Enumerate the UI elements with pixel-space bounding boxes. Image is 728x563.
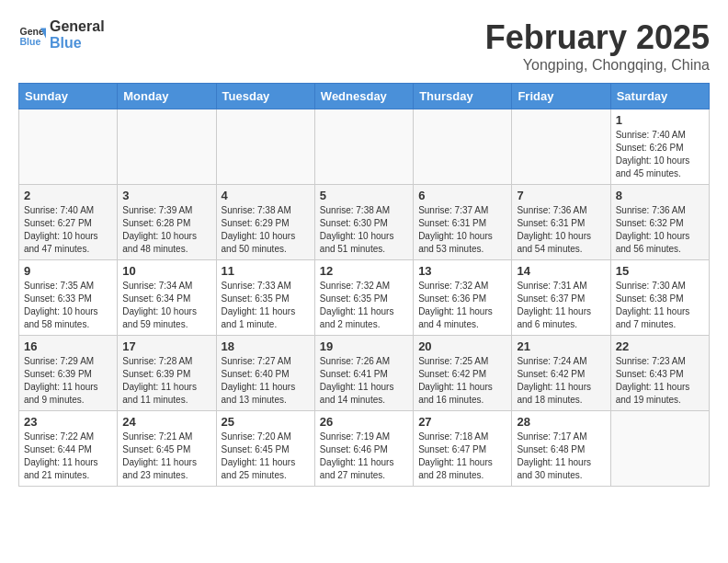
calendar-cell: 22Sunrise: 7:23 AM Sunset: 6:43 PM Dayli…: [610, 336, 709, 411]
day-info: Sunrise: 7:24 AM Sunset: 6:42 PM Dayligh…: [517, 355, 605, 407]
calendar-table: SundayMondayTuesdayWednesdayThursdayFrid…: [18, 83, 710, 487]
day-number: 10: [122, 264, 210, 278]
calendar-cell: [118, 109, 216, 185]
day-info: Sunrise: 7:20 AM Sunset: 6:45 PM Dayligh…: [222, 431, 310, 482]
calendar-week-row: 1Sunrise: 7:40 AM Sunset: 6:26 PM Daylig…: [19, 109, 710, 185]
logo-general-text: General: [50, 18, 105, 35]
day-info: Sunrise: 7:21 AM Sunset: 6:45 PM Dayligh…: [122, 431, 210, 482]
day-number: 27: [418, 415, 506, 429]
calendar-cell: 6Sunrise: 7:37 AM Sunset: 6:31 PM Daylig…: [414, 185, 512, 260]
day-number: 15: [616, 264, 704, 278]
calendar-cell: 11Sunrise: 7:33 AM Sunset: 6:35 PM Dayli…: [216, 260, 314, 336]
calendar-week-row: 16Sunrise: 7:29 AM Sunset: 6:39 PM Dayli…: [19, 336, 710, 411]
calendar-cell: 28Sunrise: 7:17 AM Sunset: 6:48 PM Dayli…: [512, 411, 610, 487]
day-number: 11: [222, 264, 310, 278]
calendar-cell: 7Sunrise: 7:36 AM Sunset: 6:31 PM Daylig…: [512, 185, 610, 260]
day-info: Sunrise: 7:28 AM Sunset: 6:39 PM Dayligh…: [122, 355, 210, 407]
day-info: Sunrise: 7:32 AM Sunset: 6:35 PM Dayligh…: [320, 280, 408, 331]
day-info: Sunrise: 7:38 AM Sunset: 6:29 PM Dayligh…: [222, 204, 310, 256]
calendar-cell: 25Sunrise: 7:20 AM Sunset: 6:45 PM Dayli…: [216, 411, 314, 487]
calendar-cell: 15Sunrise: 7:30 AM Sunset: 6:38 PM Dayli…: [610, 260, 709, 336]
weekday-header-saturday: Saturday: [610, 84, 709, 109]
calendar-cell: 13Sunrise: 7:32 AM Sunset: 6:36 PM Dayli…: [414, 260, 512, 336]
day-number: 4: [222, 189, 310, 202]
calendar-cell: [216, 109, 314, 185]
day-info: Sunrise: 7:29 AM Sunset: 6:39 PM Dayligh…: [24, 355, 112, 407]
weekday-header-thursday: Thursday: [414, 84, 512, 109]
calendar-cell: 12Sunrise: 7:32 AM Sunset: 6:35 PM Dayli…: [314, 260, 413, 336]
day-number: 23: [24, 415, 112, 429]
month-year-title: February 2025: [485, 18, 710, 57]
calendar-cell: 18Sunrise: 7:27 AM Sunset: 6:40 PM Dayli…: [216, 336, 314, 411]
day-number: 8: [616, 189, 704, 202]
day-number: 3: [122, 189, 210, 202]
calendar-cell: 14Sunrise: 7:31 AM Sunset: 6:37 PM Dayli…: [512, 260, 610, 336]
day-info: Sunrise: 7:33 AM Sunset: 6:35 PM Dayligh…: [222, 280, 310, 331]
day-number: 7: [517, 189, 605, 202]
calendar-cell: 23Sunrise: 7:22 AM Sunset: 6:44 PM Dayli…: [19, 411, 118, 487]
day-number: 28: [517, 415, 605, 429]
page-header: General Blue General Blue February 2025 …: [18, 18, 710, 74]
weekday-header-wednesday: Wednesday: [314, 84, 413, 109]
calendar-cell: 21Sunrise: 7:24 AM Sunset: 6:42 PM Dayli…: [512, 336, 610, 411]
calendar-cell: 16Sunrise: 7:29 AM Sunset: 6:39 PM Dayli…: [19, 336, 118, 411]
day-number: 13: [418, 264, 506, 278]
day-info: Sunrise: 7:31 AM Sunset: 6:37 PM Dayligh…: [517, 280, 605, 331]
day-info: Sunrise: 7:22 AM Sunset: 6:44 PM Dayligh…: [24, 431, 112, 482]
day-number: 2: [24, 189, 112, 202]
logo-icon: General Blue: [18, 21, 46, 49]
day-number: 20: [418, 339, 506, 353]
day-info: Sunrise: 7:35 AM Sunset: 6:33 PM Dayligh…: [24, 280, 112, 331]
day-info: Sunrise: 7:32 AM Sunset: 6:36 PM Dayligh…: [418, 280, 506, 331]
weekday-header-friday: Friday: [512, 84, 610, 109]
day-info: Sunrise: 7:17 AM Sunset: 6:48 PM Dayligh…: [517, 431, 605, 482]
calendar-cell: [610, 411, 709, 487]
day-number: 18: [222, 339, 310, 353]
svg-text:Blue: Blue: [20, 35, 41, 46]
calendar-cell: 4Sunrise: 7:38 AM Sunset: 6:29 PM Daylig…: [216, 185, 314, 260]
weekday-header-tuesday: Tuesday: [216, 84, 314, 109]
calendar-cell: [314, 109, 413, 185]
day-info: Sunrise: 7:40 AM Sunset: 6:26 PM Dayligh…: [616, 129, 704, 180]
calendar-cell: [19, 109, 118, 185]
calendar-cell: 2Sunrise: 7:40 AM Sunset: 6:27 PM Daylig…: [19, 185, 118, 260]
calendar-cell: 1Sunrise: 7:40 AM Sunset: 6:26 PM Daylig…: [610, 109, 709, 185]
calendar-cell: 17Sunrise: 7:28 AM Sunset: 6:39 PM Dayli…: [118, 336, 216, 411]
calendar-cell: 26Sunrise: 7:19 AM Sunset: 6:46 PM Dayli…: [314, 411, 413, 487]
day-number: 17: [122, 339, 210, 353]
calendar-cell: 9Sunrise: 7:35 AM Sunset: 6:33 PM Daylig…: [19, 260, 118, 336]
weekday-header-sunday: Sunday: [19, 84, 118, 109]
location-subtitle: Yongping, Chongqing, China: [485, 57, 710, 74]
day-info: Sunrise: 7:34 AM Sunset: 6:34 PM Dayligh…: [122, 280, 210, 331]
calendar-cell: 3Sunrise: 7:39 AM Sunset: 6:28 PM Daylig…: [118, 185, 216, 260]
day-number: 21: [517, 339, 605, 353]
day-info: Sunrise: 7:39 AM Sunset: 6:28 PM Dayligh…: [122, 204, 210, 256]
day-number: 22: [616, 339, 704, 353]
day-info: Sunrise: 7:27 AM Sunset: 6:40 PM Dayligh…: [222, 355, 310, 407]
day-number: 25: [222, 415, 310, 429]
day-info: Sunrise: 7:37 AM Sunset: 6:31 PM Dayligh…: [418, 204, 506, 256]
day-number: 9: [24, 264, 112, 278]
day-info: Sunrise: 7:23 AM Sunset: 6:43 PM Dayligh…: [616, 355, 704, 407]
day-info: Sunrise: 7:36 AM Sunset: 6:32 PM Dayligh…: [616, 204, 704, 256]
calendar-cell: [512, 109, 610, 185]
day-number: 19: [320, 339, 408, 353]
day-info: Sunrise: 7:19 AM Sunset: 6:46 PM Dayligh…: [320, 431, 408, 482]
day-info: Sunrise: 7:30 AM Sunset: 6:38 PM Dayligh…: [616, 280, 704, 331]
logo: General Blue General Blue: [18, 18, 105, 51]
day-number: 16: [24, 339, 112, 353]
day-info: Sunrise: 7:18 AM Sunset: 6:47 PM Dayligh…: [418, 431, 506, 482]
day-info: Sunrise: 7:38 AM Sunset: 6:30 PM Dayligh…: [320, 204, 408, 256]
calendar-week-row: 9Sunrise: 7:35 AM Sunset: 6:33 PM Daylig…: [19, 260, 710, 336]
calendar-cell: [414, 109, 512, 185]
calendar-cell: 5Sunrise: 7:38 AM Sunset: 6:30 PM Daylig…: [314, 185, 413, 260]
calendar-cell: 19Sunrise: 7:26 AM Sunset: 6:41 PM Dayli…: [314, 336, 413, 411]
day-info: Sunrise: 7:36 AM Sunset: 6:31 PM Dayligh…: [517, 204, 605, 256]
title-block: February 2025 Yongping, Chongqing, China: [485, 18, 710, 74]
calendar-cell: 20Sunrise: 7:25 AM Sunset: 6:42 PM Dayli…: [414, 336, 512, 411]
logo-blue-text: Blue: [50, 35, 105, 52]
day-number: 12: [320, 264, 408, 278]
day-number: 5: [320, 189, 408, 202]
calendar-week-row: 23Sunrise: 7:22 AM Sunset: 6:44 PM Dayli…: [19, 411, 710, 487]
calendar-cell: 24Sunrise: 7:21 AM Sunset: 6:45 PM Dayli…: [118, 411, 216, 487]
